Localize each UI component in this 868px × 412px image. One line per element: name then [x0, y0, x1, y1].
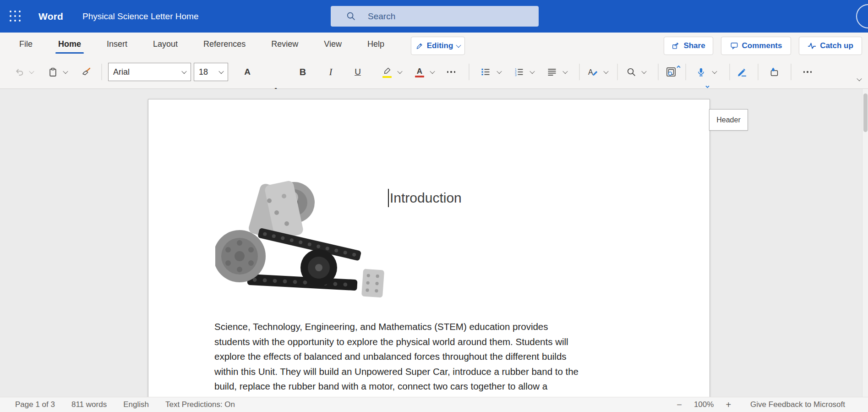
body-line[interactable]: Science, Technology, Engineering, and Ma…	[214, 319, 548, 335]
comments-label: Comments	[742, 41, 782, 50]
text-predictions[interactable]: Text Predictions: On	[165, 400, 235, 409]
editor-button[interactable]	[734, 62, 750, 82]
italic-button[interactable]: I	[323, 62, 338, 82]
share-button[interactable]: Share	[664, 37, 713, 55]
reading-view-button[interactable]	[663, 62, 679, 82]
numbered-list-icon: 123	[514, 67, 524, 77]
toolbar-separator	[791, 64, 792, 80]
tab-references[interactable]: References	[191, 33, 258, 55]
pencil-icon	[415, 42, 423, 50]
toolbar-separator	[730, 64, 730, 80]
grow-font-icon: A	[244, 67, 251, 77]
text-highlight-button[interactable]	[379, 62, 395, 82]
dictate-button[interactable]	[693, 62, 709, 82]
scrollbar-thumb[interactable]	[863, 93, 868, 132]
robot-car-image	[215, 174, 386, 313]
microphone-icon	[696, 67, 706, 77]
document-title[interactable]: Physical Science Letter Home	[82, 11, 198, 22]
vertical-scrollbar[interactable]	[862, 89, 868, 397]
ink-to-text-button[interactable]	[766, 62, 782, 82]
app-name[interactable]: Word	[38, 11, 63, 22]
highlight-color-bar	[382, 76, 392, 78]
tab-review[interactable]: Review	[258, 33, 311, 55]
body-line[interactable]: within this Unit. They will build an Unp…	[214, 364, 579, 379]
svg-text:3: 3	[515, 73, 517, 77]
collapse-ribbon-chevron[interactable]	[855, 70, 864, 89]
status-left: Page 1 of 3 811 words English Text Predi…	[0, 400, 235, 409]
find-button[interactable]	[623, 62, 639, 82]
document-page[interactable]: Introduction Science, Technology, Engine…	[148, 99, 710, 397]
share-icon	[671, 42, 680, 50]
search-input[interactable]: Search	[331, 6, 539, 27]
search-icon	[346, 11, 356, 21]
chevron-down-icon	[456, 43, 461, 48]
app-launcher-icon[interactable]	[5, 5, 26, 27]
catch-up-button[interactable]: Catch up	[799, 37, 862, 55]
tab-file[interactable]: File	[6, 33, 45, 55]
ink-droplet-page-icon	[769, 67, 779, 77]
font-color-button[interactable]: A	[412, 62, 427, 82]
status-right: − 100% + Give Feedback to Microsoft	[677, 400, 868, 410]
editor-pen-icon	[737, 68, 748, 77]
reading-view-icon	[666, 67, 676, 77]
styles-menu-chevron[interactable]	[601, 62, 611, 82]
numbering-menu-chevron[interactable]	[528, 62, 537, 82]
pulse-icon	[808, 42, 816, 49]
account-avatar[interactable]	[856, 4, 868, 28]
font-color-menu-chevron[interactable]	[428, 62, 437, 82]
body-line[interactable]: explore the effects of balanced and unba…	[214, 349, 567, 364]
dictate-menu-chevron[interactable]	[710, 62, 719, 82]
editing-label: Editing	[427, 41, 453, 50]
zoom-out-button[interactable]: −	[677, 400, 682, 410]
editing-mode-button[interactable]: Editing	[411, 37, 465, 55]
document-canvas: Introduction Science, Technology, Engine…	[0, 89, 868, 397]
find-menu-chevron[interactable]	[639, 62, 649, 82]
tab-home[interactable]: Home	[45, 33, 94, 55]
status-bar: Page 1 of 3 811 words English Text Predi…	[0, 397, 868, 412]
page-count[interactable]: Page 1 of 3	[15, 400, 55, 409]
tab-layout[interactable]: Layout	[140, 33, 191, 55]
share-label: Share	[683, 41, 705, 50]
body-line[interactable]: students with the opportunity to explore…	[214, 335, 568, 350]
bullets-button[interactable]	[478, 62, 493, 82]
toolbar-separator	[686, 64, 686, 80]
header-button[interactable]: Header	[709, 109, 748, 131]
feedback-link[interactable]: Give Feedback to Microsoft	[750, 400, 845, 409]
text-cursor	[388, 189, 389, 207]
title-bar: Word Physical Science Letter Home Search	[0, 0, 868, 33]
find-icon	[627, 67, 636, 77]
zoom-in-button[interactable]: +	[726, 400, 731, 410]
font-color-icon: A	[417, 68, 422, 75]
alignment-button[interactable]	[544, 62, 560, 82]
comment-icon	[730, 42, 738, 50]
catchup-label: Catch up	[820, 41, 853, 50]
toolbar-separator	[579, 64, 580, 80]
document-heading[interactable]: Introduction	[390, 188, 462, 208]
more-font-options-button[interactable]	[443, 62, 459, 82]
tab-view[interactable]: View	[311, 33, 355, 55]
bold-button[interactable]: B	[295, 62, 311, 82]
home-ribbon-toolbar: Arial 18 A A B I U A	[0, 55, 868, 89]
word-count[interactable]: 811 words	[71, 400, 107, 409]
highlight-menu-chevron[interactable]	[395, 62, 404, 82]
tab-help[interactable]: Help	[355, 33, 397, 55]
svg-text:A: A	[588, 68, 593, 76]
language[interactable]: English	[123, 400, 149, 409]
search-placeholder: Search	[368, 11, 395, 22]
alignment-menu-chevron[interactable]	[561, 62, 570, 82]
toolbar-separator	[469, 64, 469, 80]
styles-button[interactable]: A	[585, 62, 601, 82]
more-commands-button[interactable]	[800, 62, 815, 82]
word-online-app: Word Physical Science Letter Home Search…	[0, 0, 868, 412]
underline-button[interactable]: U	[350, 62, 366, 82]
bullets-menu-chevron[interactable]	[495, 62, 504, 82]
bulleted-list-icon	[481, 67, 490, 77]
toolbar-separator	[758, 64, 759, 80]
comments-button[interactable]: Comments	[721, 37, 791, 55]
zoom-level[interactable]: 100%	[694, 400, 714, 409]
numbering-button[interactable]: 123	[511, 62, 527, 82]
align-text-icon	[547, 68, 557, 76]
styles-icon: A	[587, 67, 598, 77]
body-line[interactable]: build, replace the rubber band with a mo…	[214, 379, 547, 394]
tab-insert[interactable]: Insert	[94, 33, 140, 55]
